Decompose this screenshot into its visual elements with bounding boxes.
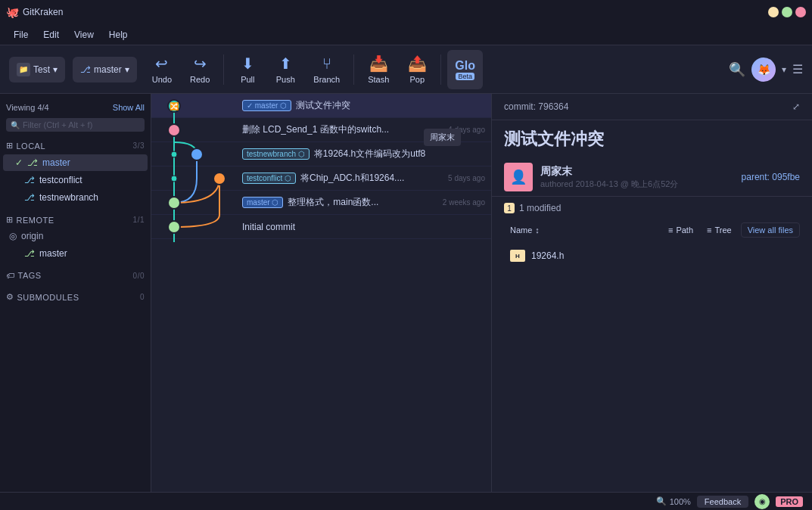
user-avatar[interactable]: 🦊 (751, 58, 776, 82)
modified-section: 1 1 modified Name ↕ ≡ Path ≡ (492, 196, 812, 272)
branch-icon: ⎇ (80, 64, 91, 75)
pop-icon: 📤 (408, 54, 427, 73)
status-bar: 🔍 100% Feedback ◉ PRO (0, 492, 812, 510)
file-item-19264h[interactable]: H 19264.h (504, 245, 800, 266)
menu-edit[interactable]: Edit (36, 26, 67, 43)
sidebar-item-master[interactable]: ✓ ⎇ master (3, 154, 148, 171)
tags-section-header[interactable]: 🏷 TAGS 0/0 (0, 268, 151, 283)
redo-label: Redo (190, 75, 210, 84)
tree-label: Tree (714, 225, 731, 235)
row-content-4: testconflict ⬡ 将Chip_ADC.h和19264.... 5 d… (242, 172, 485, 185)
tags-count: 0/0 (133, 272, 145, 280)
view-all-label: View all files (748, 225, 793, 235)
row-content-3: testnewbranch ⬡ 将19264.h文件编码改为utf8 (242, 148, 485, 160)
menu-help[interactable]: Help (101, 26, 135, 43)
submodules-section-header[interactable]: ⚙ SUBMODULES 0 (0, 289, 151, 305)
commit-row-1[interactable]: ✓ master ⬡ 测试文件冲突 (151, 94, 491, 118)
modified-count-icon: 1 (504, 203, 515, 213)
sidebar: Viewing 4/4 Show All 🔍 ⊞ LOCAL 3/3 ✓ ⎇ m… (0, 94, 151, 492)
check-icon: ✓ (15, 157, 23, 168)
path-label: Path (676, 225, 693, 235)
branch-button[interactable]: ⑂ Branch (306, 50, 347, 89)
toolbar-right: 🔍 🦊 ▾ ☰ (729, 58, 803, 82)
name-sort-button[interactable]: Name ↕ (504, 223, 546, 237)
redo-button[interactable]: ↪ Redo (182, 50, 217, 89)
commit-time-5: 2 weeks ago (443, 198, 485, 207)
author-avatar: 👤 (504, 163, 533, 191)
tree-view-button[interactable]: ≡ Tree (701, 223, 738, 237)
commit-row-3[interactable]: testnewbranch ⬡ 将19264.h文件编码改为utf8 (151, 142, 491, 166)
pull-icon: ⬇ (241, 54, 254, 73)
stash-button[interactable]: 📥 Stash (360, 50, 397, 89)
show-all-link[interactable]: Show All (113, 103, 145, 112)
branch-icon-testnewbranch: ⎇ (24, 192, 35, 203)
path-view-button[interactable]: ≡ Path (662, 223, 699, 237)
commit-msg-4: 将Chip_ADC.h和19264.... (300, 172, 437, 185)
push-button[interactable]: ⬆ Push (268, 50, 303, 89)
author-date: authored 2018-04-13 @ 晚上6点52分 (540, 179, 678, 190)
pro-badge: PRO (776, 496, 803, 507)
filter-input[interactable] (23, 120, 140, 129)
glo-button[interactable]: Glo Beta (447, 50, 483, 89)
sidebar-origin[interactable]: ◎ origin (0, 228, 151, 244)
detail-panel: commit: 796364 ⤢ 测试文件冲突 👤 周家末 authored 2… (492, 94, 812, 492)
sidebar-item-testconflict[interactable]: ⎇ testconflict (3, 172, 148, 188)
modified-label: 1 modified (519, 203, 561, 213)
commit-msg-6: Initial commit (242, 222, 485, 232)
remote-section-header[interactable]: ⊞ REMOTE 1/1 (0, 212, 151, 228)
parent-label: parent: (742, 172, 770, 182)
pop-label: Pop (410, 75, 425, 84)
commit-row-2[interactable]: 删除 LCD_Send_1 函数中的switch... 4 days ago (151, 118, 491, 142)
tags-section: 🏷 TAGS 0/0 (0, 268, 151, 283)
minimize-button[interactable]: — (768, 7, 779, 17)
expand-icon[interactable]: ⤢ (792, 101, 800, 112)
pop-button[interactable]: 📤 Pop (400, 50, 434, 89)
glo-text: Glo (455, 59, 475, 73)
list-icon: ≡ (668, 225, 673, 235)
commit-row-5[interactable]: master ⬡ 整理格式，main函数... 2 weeks ago (151, 191, 491, 215)
search-icon[interactable]: 🔍 (729, 61, 745, 78)
origin-label: origin (21, 231, 43, 241)
author-info: 周家末 authored 2018-04-13 @ 晚上6点52分 (540, 165, 678, 190)
local-section-header[interactable]: ⊞ LOCAL 3/3 (0, 138, 151, 154)
hamburger-icon[interactable]: ☰ (792, 62, 803, 76)
commit-row-4[interactable]: testconflict ⬡ 将Chip_ADC.h和19264.... 5 d… (151, 166, 491, 191)
branch-label-testconflict: testconflict ⬡ (242, 173, 296, 184)
close-button[interactable]: ✕ (795, 7, 806, 17)
tree-icon: ≡ (707, 225, 711, 235)
zoom-label: 🔍 100% (656, 496, 691, 506)
repo-selector[interactable]: 📁 Test ▾ (9, 57, 65, 82)
row-content-2: 删除 LCD_Send_1 函数中的switch... 4 days ago (242, 123, 485, 136)
file-icon-h: H (510, 250, 525, 262)
branch-selector[interactable]: ⎇ master ▾ (73, 57, 137, 82)
undo-label: Undo (152, 75, 172, 84)
menu-file[interactable]: File (6, 26, 36, 43)
parent-hash[interactable]: 095fbe (772, 172, 800, 182)
redo-icon: ↪ (194, 54, 207, 73)
remote-master-label: master (39, 248, 67, 259)
commit-row-6[interactable]: Initial commit (151, 215, 491, 239)
push-icon: ⬆ (279, 54, 292, 73)
sidebar-master-label: master (42, 157, 70, 168)
sidebar-item-remote-master[interactable]: ⎇ master (3, 245, 148, 262)
pull-label: Pull (241, 75, 254, 84)
submodules-icon: ⚙ (6, 292, 14, 302)
remote-label: REMOTE (17, 216, 54, 225)
settings-chevron-icon[interactable]: ▾ (782, 64, 786, 75)
feedback-button[interactable]: Feedback (697, 496, 748, 508)
commit-time-4: 5 days ago (448, 174, 485, 182)
tags-label: TAGS (18, 271, 42, 280)
title-bar: 🐙 GitKraken — □ ✕ (0, 0, 812, 24)
pull-button[interactable]: ⬇ Pull (230, 50, 265, 89)
undo-button[interactable]: ↩ Undo (145, 50, 179, 89)
branch-label-master: ✓ master ⬡ (242, 100, 291, 111)
maximize-button[interactable]: □ (782, 7, 792, 17)
sidebar-item-testnewbranch[interactable]: ⎇ testnewbranch (3, 189, 148, 206)
view-all-files-link[interactable]: View all files (741, 222, 800, 238)
submodules-section: ⚙ SUBMODULES 0 (0, 289, 151, 305)
row-content-5: master ⬡ 整理格式，main函数... 2 weeks ago (242, 196, 485, 209)
branch-name: master (94, 64, 122, 75)
menu-view[interactable]: View (67, 26, 101, 43)
repo-icon: 📁 (17, 63, 30, 76)
commit-title: 测试文件冲突 (492, 120, 812, 158)
